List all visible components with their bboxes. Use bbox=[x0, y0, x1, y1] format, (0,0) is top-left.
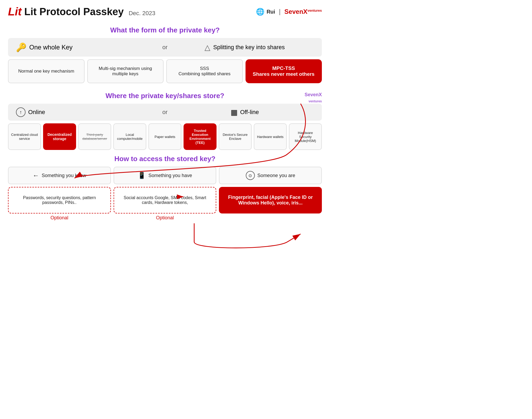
key-form-or: or bbox=[154, 44, 176, 51]
storage-paper: Paper wallets bbox=[148, 123, 181, 150]
storage-local: Local computer/mobile bbox=[113, 123, 146, 150]
mechanism-row: Normal one key mechanism Multi-sig mecha… bbox=[8, 59, 322, 83]
key-form-right: △ Splitting the key into shares bbox=[176, 43, 314, 52]
header-date: Dec. 2023 bbox=[129, 10, 155, 16]
something-you-have-label: Something you have bbox=[148, 173, 192, 178]
storage-centralized: Centralized cloud service bbox=[8, 123, 41, 150]
triangle-icon: △ bbox=[205, 43, 210, 52]
storage-enclave: Device's Secure Enclave bbox=[219, 123, 252, 150]
tee-to-biometric-arrow bbox=[194, 223, 301, 248]
storage-hsm: Hardware Security Module(HSM) bbox=[289, 123, 322, 150]
someone-you-are-label: Someone you are bbox=[257, 173, 295, 178]
access-know: ← Something you know bbox=[8, 167, 111, 184]
access-type-row: ← Something you know 📱 Something you hav… bbox=[8, 167, 322, 184]
divider: | bbox=[279, 8, 281, 15]
mechanism-multisig: Multi-sig mechanism using multiple keys bbox=[87, 59, 164, 83]
lit-logo: Lit bbox=[8, 5, 22, 18]
access-are: ⊙ Someone you are bbox=[219, 167, 322, 184]
access-have: 📱 Something you have bbox=[114, 167, 217, 184]
sevenx-text: SevenX bbox=[284, 8, 307, 15]
ventures-text: ventures bbox=[307, 9, 322, 12]
header-main-title: Lit Protocol Passkey Dec. 2023 bbox=[24, 6, 155, 18]
section3-heading: How to access the stored key? bbox=[8, 155, 322, 163]
storage-grid: Centralized cloud service Decentralized … bbox=[8, 123, 322, 150]
key-form-left: 🔑 One whole Key bbox=[16, 42, 154, 52]
result-row: Passwords, security questions, pattern p… bbox=[8, 187, 322, 213]
storage-form-row: ↑ Online or ▦ Off-line bbox=[8, 104, 322, 121]
mechanism-mpc-tss: MPC-TSSShares never meet others bbox=[246, 59, 322, 83]
storage-or: or bbox=[154, 109, 176, 116]
upload-icon: ↑ bbox=[16, 107, 26, 117]
header-title-group: Lit Lit Protocol Passkey Dec. 2023 bbox=[8, 5, 155, 18]
globe-icon: 🌐 bbox=[256, 8, 264, 16]
face-scan-icon: ⊙ bbox=[246, 171, 255, 180]
mechanism-normal: Normal one key mechanism bbox=[8, 59, 85, 83]
result-passwords: Passwords, security questions, pattern p… bbox=[8, 187, 111, 213]
result-biometric: Fingerprint, facial (Apple's Face ID or … bbox=[219, 187, 322, 213]
storage-hardware-wallet: Hardware wallets bbox=[254, 123, 287, 150]
optional-label-2: Optional bbox=[114, 215, 217, 221]
rui-label: Rui bbox=[267, 9, 275, 15]
one-whole-key-label: One whole Key bbox=[29, 44, 73, 51]
storage-tee: Trusted Execution Environment (TEE) bbox=[184, 123, 217, 150]
splitting-key-label: Splitting the key into shares bbox=[213, 44, 285, 51]
sevenx-watermark: SevenXventures bbox=[305, 92, 322, 104]
storage-thirdparty: Third-party database/server bbox=[78, 123, 111, 150]
storage-online: ↑ Online bbox=[16, 107, 154, 117]
storage-decentralized: Decentralized storage bbox=[43, 123, 76, 150]
key-form-row: 🔑 One whole Key or △ Splitting the key i… bbox=[8, 38, 322, 57]
sevenx-logo: SevenXventures bbox=[284, 8, 322, 15]
section2-heading: Where the private key/shares store? bbox=[8, 92, 322, 100]
phone-icon: 📱 bbox=[138, 172, 146, 179]
title-text: Lit Protocol Passkey bbox=[24, 6, 124, 17]
arrow-left-icon: ← bbox=[33, 172, 39, 179]
page-header: Lit Lit Protocol Passkey Dec. 2023 🌐 Rui… bbox=[8, 5, 322, 18]
storage-offline: ▦ Off-line bbox=[176, 108, 314, 117]
optional-label-1: Optional bbox=[8, 215, 111, 221]
section1-heading: What the form of the private key? bbox=[8, 26, 322, 34]
something-you-know-label: Something you know bbox=[42, 173, 86, 178]
key-icon: 🔑 bbox=[16, 42, 27, 52]
header-branding: 🌐 Rui | SevenXventures bbox=[256, 8, 322, 16]
optional-label-3 bbox=[219, 215, 322, 221]
server-icon: ▦ bbox=[231, 108, 238, 117]
mechanism-sss: SSSCombining splitted shares bbox=[166, 59, 243, 83]
online-label: Online bbox=[28, 109, 45, 116]
optional-row: Optional Optional bbox=[8, 215, 322, 221]
result-social: Social accounts Google, SMS codes, Smart… bbox=[114, 187, 217, 213]
offline-label: Off-line bbox=[240, 109, 259, 116]
